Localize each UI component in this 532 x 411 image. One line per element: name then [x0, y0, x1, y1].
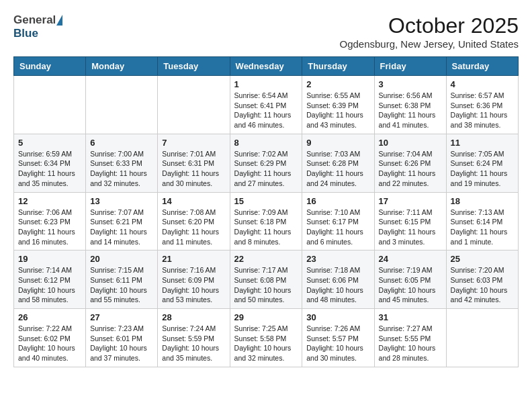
calendar-cell: 7Sunrise: 7:01 AM Sunset: 6:31 PM Daylig…	[158, 134, 230, 192]
day-number: 2	[306, 79, 369, 89]
calendar-cell: 10Sunrise: 7:04 AM Sunset: 6:26 PM Dayli…	[374, 134, 446, 192]
title-area: October 2025 Ogdensburg, New Jersey, Uni…	[339, 13, 519, 50]
calendar-week-2: 5Sunrise: 6:59 AM Sunset: 6:34 PM Daylig…	[14, 134, 519, 192]
day-number: 25	[451, 254, 514, 264]
day-number: 23	[306, 254, 369, 264]
day-number: 30	[306, 312, 369, 322]
calendar-cell: 12Sunrise: 7:06 AM Sunset: 6:23 PM Dayli…	[14, 192, 86, 250]
weekday-header-monday: Monday	[86, 57, 158, 76]
day-info: Sunrise: 7:24 AM Sunset: 5:59 PM Dayligh…	[162, 324, 225, 363]
weekday-header-tuesday: Tuesday	[158, 57, 230, 76]
day-info: Sunrise: 6:56 AM Sunset: 6:38 PM Dayligh…	[379, 91, 442, 130]
calendar-cell: 31Sunrise: 7:27 AM Sunset: 5:55 PM Dayli…	[374, 309, 446, 367]
weekday-header-saturday: Saturday	[446, 57, 518, 76]
calendar: SundayMondayTuesdayWednesdayThursdayFrid…	[13, 56, 519, 367]
day-info: Sunrise: 7:20 AM Sunset: 6:03 PM Dayligh…	[451, 265, 514, 305]
day-number: 27	[90, 312, 153, 322]
day-info: Sunrise: 7:15 AM Sunset: 6:11 PM Dayligh…	[90, 265, 153, 305]
calendar-cell: 9Sunrise: 7:03 AM Sunset: 6:28 PM Daylig…	[302, 134, 374, 192]
day-info: Sunrise: 7:10 AM Sunset: 6:17 PM Dayligh…	[306, 208, 369, 247]
calendar-cell: 15Sunrise: 7:09 AM Sunset: 6:18 PM Dayli…	[230, 192, 302, 250]
day-info: Sunrise: 7:25 AM Sunset: 5:58 PM Dayligh…	[234, 324, 298, 363]
day-number: 29	[234, 312, 298, 322]
day-number: 17	[379, 196, 442, 206]
calendar-cell: 29Sunrise: 7:25 AM Sunset: 5:58 PM Dayli…	[230, 309, 302, 367]
day-number: 3	[379, 79, 442, 89]
weekday-header-wednesday: Wednesday	[230, 57, 302, 76]
day-info: Sunrise: 7:03 AM Sunset: 6:28 PM Dayligh…	[306, 149, 369, 189]
calendar-cell: 5Sunrise: 6:59 AM Sunset: 6:34 PM Daylig…	[14, 134, 86, 192]
weekday-header-sunday: Sunday	[14, 57, 86, 76]
day-number: 31	[379, 312, 442, 322]
calendar-week-3: 12Sunrise: 7:06 AM Sunset: 6:23 PM Dayli…	[14, 192, 519, 250]
day-number: 12	[18, 196, 81, 206]
day-info: Sunrise: 7:13 AM Sunset: 6:14 PM Dayligh…	[451, 208, 514, 247]
calendar-cell: 4Sunrise: 6:57 AM Sunset: 6:36 PM Daylig…	[446, 76, 518, 134]
day-info: Sunrise: 7:00 AM Sunset: 6:33 PM Dayligh…	[90, 149, 153, 189]
day-number: 9	[306, 138, 369, 148]
day-info: Sunrise: 7:18 AM Sunset: 6:06 PM Dayligh…	[306, 265, 369, 305]
calendar-cell: 24Sunrise: 7:19 AM Sunset: 6:05 PM Dayli…	[374, 250, 446, 309]
calendar-cell	[446, 309, 518, 367]
calendar-cell: 14Sunrise: 7:08 AM Sunset: 6:20 PM Dayli…	[158, 192, 230, 250]
calendar-week-4: 19Sunrise: 7:14 AM Sunset: 6:12 PM Dayli…	[14, 250, 519, 309]
calendar-cell: 21Sunrise: 7:16 AM Sunset: 6:09 PM Dayli…	[158, 250, 230, 309]
calendar-cell: 27Sunrise: 7:23 AM Sunset: 6:01 PM Dayli…	[86, 309, 158, 367]
day-info: Sunrise: 7:11 AM Sunset: 6:15 PM Dayligh…	[379, 208, 442, 247]
day-info: Sunrise: 7:02 AM Sunset: 6:29 PM Dayligh…	[234, 149, 298, 189]
day-number: 28	[162, 312, 225, 322]
day-info: Sunrise: 7:22 AM Sunset: 6:02 PM Dayligh…	[18, 324, 81, 363]
day-info: Sunrise: 7:16 AM Sunset: 6:09 PM Dayligh…	[162, 265, 225, 305]
calendar-cell: 25Sunrise: 7:20 AM Sunset: 6:03 PM Dayli…	[446, 250, 518, 309]
day-info: Sunrise: 7:26 AM Sunset: 5:57 PM Dayligh…	[306, 324, 369, 363]
day-number: 8	[234, 138, 298, 148]
day-number: 1	[234, 79, 298, 89]
calendar-cell: 3Sunrise: 6:56 AM Sunset: 6:38 PM Daylig…	[374, 76, 446, 134]
calendar-cell: 20Sunrise: 7:15 AM Sunset: 6:11 PM Dayli…	[86, 250, 158, 309]
day-number: 13	[90, 196, 153, 206]
month-title: October 2025	[339, 13, 519, 38]
day-info: Sunrise: 6:55 AM Sunset: 6:39 PM Dayligh…	[306, 91, 369, 130]
header: General Blue October 2025 Ogdensburg, Ne…	[13, 13, 519, 50]
logo-general: General	[13, 13, 56, 27]
calendar-cell: 18Sunrise: 7:13 AM Sunset: 6:14 PM Dayli…	[446, 192, 518, 250]
day-number: 5	[18, 138, 81, 148]
day-number: 24	[379, 254, 442, 264]
day-number: 11	[451, 138, 514, 148]
day-info: Sunrise: 7:09 AM Sunset: 6:18 PM Dayligh…	[234, 208, 298, 247]
day-number: 10	[379, 138, 442, 148]
weekday-header-thursday: Thursday	[302, 57, 374, 76]
calendar-cell: 30Sunrise: 7:26 AM Sunset: 5:57 PM Dayli…	[302, 309, 374, 367]
calendar-cell: 16Sunrise: 7:10 AM Sunset: 6:17 PM Dayli…	[302, 192, 374, 250]
calendar-cell: 1Sunrise: 6:54 AM Sunset: 6:41 PM Daylig…	[230, 76, 302, 134]
day-info: Sunrise: 7:06 AM Sunset: 6:23 PM Dayligh…	[18, 208, 81, 247]
logo-triangle-icon	[56, 15, 62, 26]
day-info: Sunrise: 7:17 AM Sunset: 6:08 PM Dayligh…	[234, 265, 298, 305]
calendar-cell: 2Sunrise: 6:55 AM Sunset: 6:39 PM Daylig…	[302, 76, 374, 134]
day-info: Sunrise: 7:27 AM Sunset: 5:55 PM Dayligh…	[379, 324, 442, 363]
calendar-cell: 13Sunrise: 7:07 AM Sunset: 6:21 PM Dayli…	[86, 192, 158, 250]
calendar-cell	[158, 76, 230, 134]
day-number: 19	[18, 254, 81, 264]
calendar-cell: 28Sunrise: 7:24 AM Sunset: 5:59 PM Dayli…	[158, 309, 230, 367]
day-number: 26	[18, 312, 81, 322]
day-info: Sunrise: 6:54 AM Sunset: 6:41 PM Dayligh…	[234, 91, 298, 130]
weekday-header-friday: Friday	[374, 57, 446, 76]
day-info: Sunrise: 7:14 AM Sunset: 6:12 PM Dayligh…	[18, 265, 81, 305]
day-info: Sunrise: 7:04 AM Sunset: 6:26 PM Dayligh…	[379, 149, 442, 189]
calendar-cell: 6Sunrise: 7:00 AM Sunset: 6:33 PM Daylig…	[86, 134, 158, 192]
calendar-cell: 8Sunrise: 7:02 AM Sunset: 6:29 PM Daylig…	[230, 134, 302, 192]
logo-blue: Blue	[13, 27, 38, 40]
day-info: Sunrise: 6:59 AM Sunset: 6:34 PM Dayligh…	[18, 149, 81, 189]
day-info: Sunrise: 6:57 AM Sunset: 6:36 PM Dayligh…	[451, 91, 514, 130]
day-number: 15	[234, 196, 298, 206]
day-info: Sunrise: 7:01 AM Sunset: 6:31 PM Dayligh…	[162, 149, 225, 189]
day-number: 16	[306, 196, 369, 206]
day-number: 18	[451, 196, 514, 206]
day-number: 7	[162, 138, 225, 148]
calendar-cell: 22Sunrise: 7:17 AM Sunset: 6:08 PM Dayli…	[230, 250, 302, 309]
calendar-cell: 17Sunrise: 7:11 AM Sunset: 6:15 PM Dayli…	[374, 192, 446, 250]
calendar-cell: 23Sunrise: 7:18 AM Sunset: 6:06 PM Dayli…	[302, 250, 374, 309]
location-title: Ogdensburg, New Jersey, United States	[339, 38, 519, 50]
day-info: Sunrise: 7:23 AM Sunset: 6:01 PM Dayligh…	[90, 324, 153, 363]
